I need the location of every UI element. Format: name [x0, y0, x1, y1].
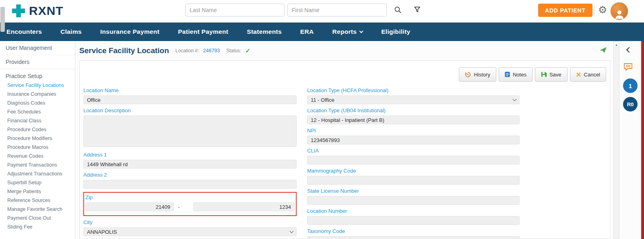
sidebar-item-revenue-codes[interactable]: Revenue Codes: [0, 152, 75, 161]
sidebar-item-superbill-setup[interactable]: Superbill Setup: [0, 178, 75, 187]
mammography-code-input[interactable]: [307, 176, 520, 185]
npi-label: NPI: [307, 128, 520, 134]
location-description-label: Location Description: [83, 107, 297, 113]
chevron-down-icon: [290, 229, 294, 233]
mammography-code-label: Mammography Code: [307, 168, 520, 174]
location-number-field-label: Location Number: [307, 208, 520, 214]
city-select[interactable]: ANNAPOLIS: [83, 227, 297, 236]
sidebar-item-adjustment-transactions[interactable]: Adjustment Transactions: [0, 169, 75, 178]
location-name-input[interactable]: [83, 95, 297, 104]
sidebar-item-manage-favorite-search[interactable]: Manage Favorite Search: [0, 205, 75, 214]
cancel-button[interactable]: Cancel: [570, 67, 606, 82]
chevron-down-icon: [513, 97, 517, 101]
sidebar-item-merge-patients[interactable]: Merge Patients: [0, 187, 75, 196]
notes-button[interactable]: Notes: [499, 67, 533, 82]
notes-icon: [505, 72, 510, 77]
npi-input[interactable]: [307, 136, 520, 144]
history-icon: [465, 72, 471, 78]
address1-input[interactable]: [83, 160, 297, 169]
nav-reports[interactable]: Reports: [332, 28, 363, 35]
vertical-scrollbar[interactable]: ▲: [613, 41, 619, 239]
sidebar-section-practice-setup[interactable]: Practice Setup: [0, 69, 75, 81]
main-nav: Encounters Claims Insurance Payment Pati…: [0, 23, 644, 41]
address2-input[interactable]: [83, 180, 297, 189]
sidebar-item-fee-schedules[interactable]: Fee Schedules: [0, 107, 75, 116]
loc-type-hcfa-label: Location Type (HCFA Professional): [307, 87, 520, 93]
sidebar-section-user-management[interactable]: User Management: [0, 41, 75, 55]
scrollbar-thumb[interactable]: [0, 7, 5, 32]
add-patient-button[interactable]: ADD PATIENT: [538, 4, 592, 17]
sidebar-item-diagnosis-codes[interactable]: Diagnosis Codes: [0, 99, 75, 107]
sidebar-item-payment-transactions[interactable]: Payment Transactions: [0, 161, 75, 169]
location-number-input[interactable]: [307, 216, 520, 225]
history-button[interactable]: History: [459, 67, 496, 82]
zip5-input[interactable]: [85, 202, 174, 211]
taxonomy-code-input[interactable]: [307, 236, 520, 239]
location-number-link[interactable]: 246793: [203, 48, 220, 54]
nav-era[interactable]: ERA: [300, 28, 314, 35]
settings-sidebar: User Management Providers Practice Setup…: [0, 41, 75, 239]
sidebar-item-reference-sources[interactable]: Reference Sources: [0, 196, 75, 205]
sidebar-item-service-facility-locations[interactable]: Service Facility Locations: [0, 81, 75, 90]
nav-reports-label: Reports: [332, 28, 357, 35]
city-value: ANNAPOLIS: [87, 229, 290, 235]
cancel-label: Cancel: [584, 72, 600, 78]
sidebar-item-financial-class[interactable]: Financial Class: [0, 116, 75, 125]
sidebar-item-procedure-modifiers[interactable]: Procedure Modifiers: [0, 134, 75, 143]
loc-type-hcfa-value: 11 - Office: [311, 97, 513, 103]
last-name-input[interactable]: [185, 4, 285, 16]
loc-type-hcfa-select[interactable]: 11 - Office: [307, 95, 520, 104]
zip-label: Zip: [85, 194, 295, 200]
avatar[interactable]: [610, 2, 628, 20]
right-edge-panel-strip[interactable]: [641, 41, 644, 239]
zip-highlight-group: Zip -: [83, 192, 297, 216]
page-title: Service Facility Location: [79, 46, 169, 55]
sidebar-item-sliding-fee[interactable]: Sliding Fee: [0, 223, 75, 231]
nav-encounters[interactable]: Encounters: [6, 28, 42, 35]
clia-input[interactable]: [307, 156, 520, 165]
gear-icon[interactable]: ⚙: [598, 4, 607, 16]
nav-claims[interactable]: Claims: [60, 28, 82, 35]
status-label: Status:: [226, 48, 241, 54]
top-header: RXNT ADD PATIENT ⚙: [0, 0, 644, 23]
chevron-down-icon: [359, 29, 363, 33]
rxnt-logo[interactable]: RXNT: [11, 4, 64, 18]
zip4-input[interactable]: [193, 202, 295, 211]
feedback-chat-icon[interactable]: [623, 63, 633, 73]
notification-badge[interactable]: 1: [623, 78, 638, 93]
address1-label: Address 1: [83, 152, 297, 158]
clia-label: CLIA: [307, 148, 520, 154]
header-divider: [594, 4, 595, 18]
person-icon: [613, 8, 625, 20]
state-license-input[interactable]: [307, 196, 520, 205]
zip-separator: -: [178, 204, 180, 210]
city-label: City: [83, 219, 297, 225]
rxnt-cross-icon: [11, 4, 26, 18]
sidebar-item-procedure-macros[interactable]: Procedure Macros: [0, 143, 75, 152]
nav-eligibility[interactable]: Eligibility: [381, 28, 410, 35]
sidebar-item-payment-close-out[interactable]: Payment Close Out: [0, 214, 75, 223]
loc-type-ub04-input[interactable]: [307, 115, 520, 124]
secondary-badge[interactable]: R0: [623, 97, 638, 111]
scroll-up-arrow-icon[interactable]: ▲: [614, 42, 619, 48]
location-description-textarea[interactable]: [83, 115, 297, 147]
main-content: Service Facility Location Location #: 24…: [75, 41, 644, 239]
form-card: History Notes: [79, 60, 610, 239]
notes-label: Notes: [513, 72, 526, 78]
nav-insurance-payment[interactable]: Insurance Payment: [100, 28, 159, 35]
first-name-input[interactable]: [287, 4, 387, 16]
save-label: Save: [549, 72, 561, 78]
send-icon[interactable]: [599, 47, 607, 55]
address2-label: Address 2: [83, 172, 297, 178]
loc-type-ub04-label: Location Type (UB04 Institutional): [307, 107, 520, 113]
save-icon: [541, 72, 547, 77]
sidebar-section-providers[interactable]: Providers: [0, 55, 75, 69]
search-icon[interactable]: [394, 6, 402, 15]
state-license-label: State License Number: [307, 188, 520, 194]
sidebar-item-procedure-codes[interactable]: Procedure Codes: [0, 125, 75, 134]
filter-icon[interactable]: [414, 6, 421, 15]
sidebar-item-insurance-companies[interactable]: Insurance Companies: [0, 90, 75, 99]
nav-statements[interactable]: Statements: [247, 28, 282, 35]
save-button[interactable]: Save: [535, 67, 568, 82]
nav-patient-payment[interactable]: Patient Payment: [178, 28, 228, 35]
